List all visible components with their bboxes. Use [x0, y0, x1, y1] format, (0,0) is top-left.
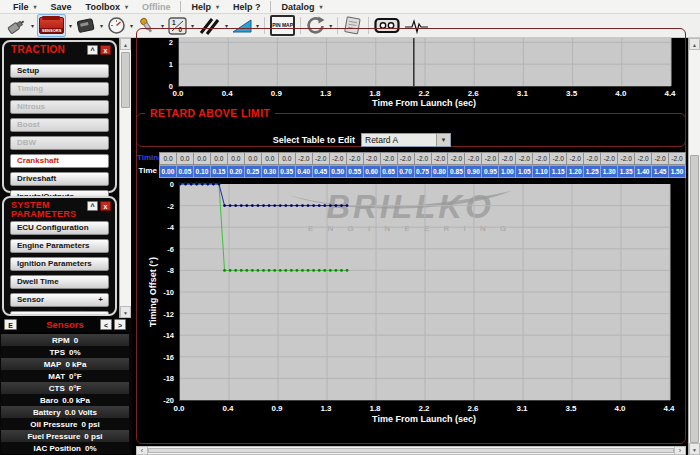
timing-table-cell[interactable]: -2.0 — [432, 152, 449, 165]
timing-table-cell[interactable]: -2.0 — [618, 152, 635, 165]
time-table-cell[interactable]: 0.15 — [211, 165, 228, 178]
timing-table-cell[interactable]: -2.0 — [381, 152, 398, 165]
timing-table-cell[interactable]: -2.0 — [313, 152, 330, 165]
timing-table-cell[interactable]: -2.0 — [482, 152, 499, 165]
timing-table-cell[interactable]: 0.0 — [245, 152, 262, 165]
sidebar-item-setup[interactable]: Setup — [10, 64, 109, 78]
timing-table-cell[interactable]: -2.0 — [635, 152, 652, 165]
sidebar-item-dwell-time[interactable]: Dwell Time — [10, 275, 109, 289]
main-scrollbar[interactable]: ▲ ▼ — [688, 38, 700, 455]
time-table-cell[interactable]: 0.25 — [245, 165, 262, 178]
timing-table-cell[interactable]: -2.0 — [465, 152, 482, 165]
time-table-cell[interactable]: 1.15 — [550, 165, 567, 178]
time-table-cell[interactable]: 1.20 — [567, 165, 584, 178]
timing-table-cell[interactable]: -2.0 — [415, 152, 432, 165]
timing-table-cell[interactable]: -2.0 — [330, 152, 347, 165]
scroll-up-icon[interactable]: ▲ — [689, 38, 700, 50]
time-table-cell[interactable]: 1.30 — [601, 165, 618, 178]
scrollbar-thumb[interactable] — [148, 448, 674, 453]
time-table-cell[interactable]: 0.30 — [262, 165, 279, 178]
time-table-cell[interactable]: 0.95 — [482, 165, 499, 178]
timing-table-cell[interactable]: -2.0 — [669, 152, 686, 165]
time-table-cell[interactable]: 1.35 — [618, 165, 635, 178]
sensors-prev-button[interactable]: < — [100, 319, 112, 330]
scroll-left-icon[interactable]: ‹ — [137, 447, 148, 454]
timing-table-cell[interactable]: -2.0 — [567, 152, 584, 165]
timing-table-cell[interactable]: -2.0 — [601, 152, 618, 165]
menu-item-datalog[interactable]: Datalog▾ — [274, 0, 329, 14]
sensors-next-button[interactable]: > — [114, 319, 126, 330]
menu-item-save[interactable]: Save — [44, 0, 79, 14]
time-table-cell[interactable]: 0.65 — [381, 165, 398, 178]
chevron-down-icon[interactable]: ▾ — [31, 22, 34, 29]
close-panel-button[interactable]: x — [100, 45, 111, 55]
timing-table-cell[interactable]: -2.0 — [499, 152, 516, 165]
timing-table-cell[interactable]: 0.0 — [194, 152, 211, 165]
injector-sensor-button[interactable] — [4, 15, 28, 36]
scrollbar-thumb[interactable] — [690, 155, 699, 443]
time-table-cell[interactable]: 0.80 — [432, 165, 449, 178]
menu-item-help[interactable]: Help ? — [226, 0, 268, 14]
time-table-cell[interactable]: 1.40 — [635, 165, 652, 178]
timing-table-cell[interactable]: -2.0 — [550, 152, 567, 165]
time-table-cell[interactable]: 0.60 — [364, 165, 381, 178]
menu-item-file[interactable]: File▾ — [6, 0, 44, 14]
menu-item-offline[interactable]: Offline — [135, 0, 178, 14]
scroll-up-icon[interactable]: ▲ — [120, 38, 131, 50]
close-panel-button[interactable]: x — [100, 201, 111, 211]
time-table-cell[interactable]: 1.45 — [652, 165, 669, 178]
table-select-dropdown[interactable]: Retard A ▼ — [361, 133, 451, 147]
sidebar-item-driveshaft[interactable]: Driveshaft — [10, 172, 109, 186]
chevron-down-icon[interactable]: ▾ — [130, 22, 133, 29]
menu-item-toolbox[interactable]: Toolbox▾ — [79, 0, 135, 14]
sidebar-item-crankshaft[interactable]: Crankshaft — [10, 154, 109, 168]
time-table-cell[interactable]: 0.05 — [177, 165, 194, 178]
sidebar-item-basic-i-o[interactable]: Basic I/O+ — [10, 311, 109, 316]
sidebar-item-ignition-parameters[interactable]: Ignition Parameters — [10, 257, 109, 271]
time-table-cell[interactable]: 0.75 — [415, 165, 432, 178]
sensors-button[interactable]: SENSORS — [37, 14, 66, 37]
time-table-cell[interactable]: 0.55 — [347, 165, 364, 178]
timing-table-cell[interactable]: -2.0 — [364, 152, 381, 165]
timing-table-cell[interactable]: -2.0 — [296, 152, 313, 165]
collapse-panel-button[interactable]: ^ — [87, 201, 98, 211]
timing-table-cell[interactable]: -2.0 — [516, 152, 533, 165]
scroll-down-icon[interactable]: ▼ — [120, 306, 131, 318]
time-table-cell[interactable]: 0.45 — [313, 165, 330, 178]
time-table-cell[interactable]: 0.35 — [279, 165, 296, 178]
menu-item-help[interactable]: Help▾ — [184, 0, 226, 14]
time-table-cell[interactable]: 0.70 — [398, 165, 415, 178]
timing-table-cell[interactable]: -2.0 — [533, 152, 550, 165]
scrollbar-thumb[interactable] — [121, 52, 130, 108]
timing-table-cell[interactable]: 0.0 — [279, 152, 296, 165]
timing-table-cell[interactable]: -2.0 — [347, 152, 364, 165]
chevron-down-icon[interactable]: ▾ — [69, 22, 72, 29]
sidebar-scrollbar[interactable]: ▲ ▼ — [119, 38, 131, 318]
timing-table-cell[interactable]: 0.0 — [228, 152, 245, 165]
time-table-cell[interactable]: 0.50 — [330, 165, 347, 178]
timing-table-cell[interactable]: -2.0 — [398, 152, 415, 165]
collapse-panel-button[interactable]: ^ — [87, 45, 98, 55]
chevron-down-icon[interactable]: ▾ — [100, 22, 103, 29]
horizontal-scrollbar[interactable]: ‹ › — [136, 446, 686, 455]
time-table-cell[interactable]: 1.10 — [533, 165, 550, 178]
time-table-cell[interactable]: 0.10 — [194, 165, 211, 178]
timing-table-cell[interactable]: -2.0 — [448, 152, 465, 165]
sidebar-item-sensor-scaling-warnings[interactable]: Sensor Scaling/Warnings+ — [10, 293, 109, 307]
timing-table-cell[interactable]: -2.0 — [652, 152, 669, 165]
time-table-cell[interactable]: 1.05 — [516, 165, 533, 178]
time-table-cell[interactable]: 1.00 — [499, 165, 516, 178]
module-button[interactable] — [75, 15, 97, 36]
time-table-cell[interactable]: 1.50 — [669, 165, 686, 178]
timing-table-cell[interactable]: 0.0 — [262, 152, 279, 165]
timing-table-cell[interactable]: 0.0 — [211, 152, 228, 165]
time-table-cell[interactable]: 0.00 — [159, 165, 177, 178]
gauge-button[interactable] — [106, 15, 127, 36]
chevron-down-icon[interactable]: ▼ — [436, 134, 450, 146]
sidebar-item-ecu-configuration[interactable]: ECU Configuration — [10, 221, 109, 235]
time-table-cell[interactable]: 0.40 — [296, 165, 313, 178]
scroll-right-icon[interactable]: › — [674, 447, 685, 454]
time-table-cell[interactable]: 0.85 — [448, 165, 465, 178]
sidebar-item-engine-parameters[interactable]: Engine Parameters — [10, 239, 109, 253]
time-table-cell[interactable]: 0.90 — [465, 165, 482, 178]
